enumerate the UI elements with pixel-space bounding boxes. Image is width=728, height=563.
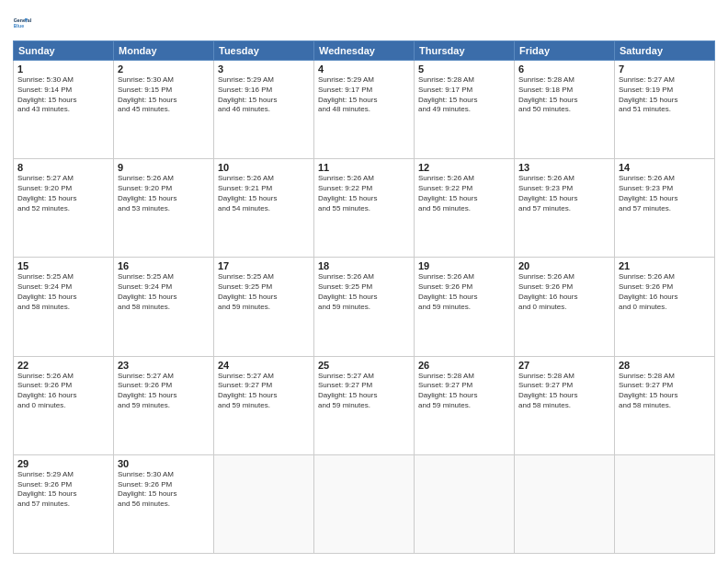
- day-number: 29: [17, 458, 109, 469]
- calendar-cell: 10Sunrise: 5:26 AM Sunset: 9:21 PM Dayli…: [214, 159, 314, 258]
- day-info: Sunrise: 5:28 AM Sunset: 9:18 PM Dayligh…: [518, 75, 610, 115]
- day-number: 3: [218, 63, 310, 75]
- logo: General Blue: [13, 9, 39, 35]
- calendar-week-3: 15Sunrise: 5:25 AM Sunset: 9:24 PM Dayli…: [14, 258, 715, 356]
- weekday-header-saturday: Saturday: [615, 41, 715, 61]
- calendar-cell: [415, 454, 515, 553]
- day-info: Sunrise: 5:27 AM Sunset: 9:20 PM Dayligh…: [17, 174, 109, 213]
- calendar-cell: 9Sunrise: 5:26 AM Sunset: 9:20 PM Daylig…: [114, 159, 214, 258]
- calendar-week-4: 22Sunrise: 5:26 AM Sunset: 9:26 PM Dayli…: [14, 356, 715, 454]
- day-info: Sunrise: 5:28 AM Sunset: 9:27 PM Dayligh…: [518, 372, 610, 411]
- day-info: Sunrise: 5:26 AM Sunset: 9:26 PM Dayligh…: [518, 272, 610, 312]
- calendar-week-2: 8Sunrise: 5:27 AM Sunset: 9:20 PM Daylig…: [14, 159, 715, 258]
- day-info: Sunrise: 5:28 AM Sunset: 9:27 PM Dayligh…: [619, 372, 711, 411]
- day-number: 8: [17, 162, 109, 173]
- day-info: Sunrise: 5:25 AM Sunset: 9:24 PM Dayligh…: [118, 272, 210, 312]
- weekday-header-thursday: Thursday: [415, 41, 515, 61]
- calendar-cell: [615, 454, 715, 553]
- calendar-cell: 15Sunrise: 5:25 AM Sunset: 9:24 PM Dayli…: [14, 258, 114, 356]
- day-info: Sunrise: 5:26 AM Sunset: 9:25 PM Dayligh…: [318, 272, 410, 312]
- calendar-cell: 25Sunrise: 5:27 AM Sunset: 9:27 PM Dayli…: [314, 356, 415, 454]
- day-number: 9: [118, 162, 210, 173]
- day-info: Sunrise: 5:25 AM Sunset: 9:25 PM Dayligh…: [218, 272, 310, 312]
- day-number: 19: [418, 260, 510, 271]
- logo-icon: General Blue: [13, 9, 39, 35]
- day-number: 15: [17, 260, 109, 271]
- day-info: Sunrise: 5:26 AM Sunset: 9:23 PM Dayligh…: [518, 174, 610, 213]
- day-info: Sunrise: 5:26 AM Sunset: 9:22 PM Dayligh…: [418, 174, 510, 213]
- day-number: 27: [518, 360, 610, 371]
- calendar-cell: 29Sunrise: 5:29 AM Sunset: 9:26 PM Dayli…: [14, 454, 114, 553]
- day-number: 11: [318, 162, 410, 173]
- day-info: Sunrise: 5:26 AM Sunset: 9:26 PM Dayligh…: [418, 272, 510, 312]
- day-number: 16: [118, 260, 210, 271]
- calendar-cell: 26Sunrise: 5:28 AM Sunset: 9:27 PM Dayli…: [415, 356, 515, 454]
- day-number: 20: [518, 260, 610, 271]
- calendar-cell: 23Sunrise: 5:27 AM Sunset: 9:26 PM Dayli…: [114, 356, 214, 454]
- day-number: 26: [418, 360, 510, 371]
- calendar-cell: 7Sunrise: 5:27 AM Sunset: 9:19 PM Daylig…: [615, 61, 715, 159]
- day-number: 28: [619, 360, 711, 371]
- calendar-cell: 27Sunrise: 5:28 AM Sunset: 9:27 PM Dayli…: [515, 356, 615, 454]
- day-number: 24: [218, 360, 310, 371]
- calendar-cell: 19Sunrise: 5:26 AM Sunset: 9:26 PM Dayli…: [415, 258, 515, 356]
- day-number: 5: [418, 63, 510, 75]
- day-info: Sunrise: 5:29 AM Sunset: 9:16 PM Dayligh…: [218, 75, 310, 115]
- calendar-cell: 22Sunrise: 5:26 AM Sunset: 9:26 PM Dayli…: [14, 356, 114, 454]
- day-number: 13: [518, 162, 610, 173]
- header: General Blue: [13, 9, 715, 35]
- weekday-header-tuesday: Tuesday: [214, 41, 314, 61]
- day-info: Sunrise: 5:29 AM Sunset: 9:26 PM Dayligh…: [17, 470, 109, 510]
- day-info: Sunrise: 5:26 AM Sunset: 9:26 PM Dayligh…: [17, 372, 109, 411]
- day-number: 10: [218, 162, 310, 173]
- day-info: Sunrise: 5:30 AM Sunset: 9:26 PM Dayligh…: [118, 470, 210, 510]
- day-number: 12: [418, 162, 510, 173]
- calendar-cell: 2Sunrise: 5:30 AM Sunset: 9:15 PM Daylig…: [114, 61, 214, 159]
- day-number: 21: [619, 260, 711, 271]
- calendar-cell: 14Sunrise: 5:26 AM Sunset: 9:23 PM Dayli…: [615, 159, 715, 258]
- day-info: Sunrise: 5:27 AM Sunset: 9:26 PM Dayligh…: [118, 372, 210, 411]
- svg-text:Blue: Blue: [14, 23, 24, 29]
- day-info: Sunrise: 5:27 AM Sunset: 9:19 PM Dayligh…: [619, 75, 711, 115]
- day-number: 4: [318, 63, 410, 75]
- calendar-cell: 6Sunrise: 5:28 AM Sunset: 9:18 PM Daylig…: [515, 61, 615, 159]
- day-info: Sunrise: 5:27 AM Sunset: 9:27 PM Dayligh…: [218, 372, 310, 411]
- day-number: 6: [518, 63, 610, 75]
- day-info: Sunrise: 5:28 AM Sunset: 9:17 PM Dayligh…: [418, 75, 510, 115]
- day-info: Sunrise: 5:29 AM Sunset: 9:17 PM Dayligh…: [318, 75, 410, 115]
- weekday-header-monday: Monday: [114, 41, 214, 61]
- day-info: Sunrise: 5:26 AM Sunset: 9:22 PM Dayligh…: [318, 174, 410, 213]
- day-info: Sunrise: 5:28 AM Sunset: 9:27 PM Dayligh…: [418, 372, 510, 411]
- calendar-cell: 1Sunrise: 5:30 AM Sunset: 9:14 PM Daylig…: [14, 61, 114, 159]
- calendar-week-5: 29Sunrise: 5:29 AM Sunset: 9:26 PM Dayli…: [14, 454, 715, 553]
- calendar-cell: [314, 454, 415, 553]
- calendar-cell: 17Sunrise: 5:25 AM Sunset: 9:25 PM Dayli…: [214, 258, 314, 356]
- day-number: 25: [318, 360, 410, 371]
- calendar-cell: [515, 454, 615, 553]
- calendar-cell: 11Sunrise: 5:26 AM Sunset: 9:22 PM Dayli…: [314, 159, 415, 258]
- calendar-cell: 3Sunrise: 5:29 AM Sunset: 9:16 PM Daylig…: [214, 61, 314, 159]
- weekday-header-sunday: Sunday: [14, 41, 114, 61]
- day-number: 22: [17, 360, 109, 371]
- svg-text:General: General: [14, 17, 32, 23]
- day-number: 30: [118, 458, 210, 469]
- day-number: 2: [118, 63, 210, 75]
- weekday-header-wednesday: Wednesday: [314, 41, 415, 61]
- day-info: Sunrise: 5:25 AM Sunset: 9:24 PM Dayligh…: [17, 272, 109, 312]
- day-info: Sunrise: 5:26 AM Sunset: 9:26 PM Dayligh…: [619, 272, 711, 312]
- page: General Blue SundayMondayTuesdayWednesda…: [0, 0, 728, 563]
- calendar-cell: 4Sunrise: 5:29 AM Sunset: 9:17 PM Daylig…: [314, 61, 415, 159]
- calendar-cell: 30Sunrise: 5:30 AM Sunset: 9:26 PM Dayli…: [114, 454, 214, 553]
- day-info: Sunrise: 5:27 AM Sunset: 9:27 PM Dayligh…: [318, 372, 410, 411]
- calendar-cell: 5Sunrise: 5:28 AM Sunset: 9:17 PM Daylig…: [415, 61, 515, 159]
- day-number: 17: [218, 260, 310, 271]
- day-info: Sunrise: 5:30 AM Sunset: 9:14 PM Dayligh…: [17, 75, 109, 115]
- calendar-cell: 16Sunrise: 5:25 AM Sunset: 9:24 PM Dayli…: [114, 258, 214, 356]
- calendar-cell: 8Sunrise: 5:27 AM Sunset: 9:20 PM Daylig…: [14, 159, 114, 258]
- day-info: Sunrise: 5:26 AM Sunset: 9:23 PM Dayligh…: [619, 174, 711, 213]
- calendar-cell: 18Sunrise: 5:26 AM Sunset: 9:25 PM Dayli…: [314, 258, 415, 356]
- day-info: Sunrise: 5:30 AM Sunset: 9:15 PM Dayligh…: [118, 75, 210, 115]
- weekday-header-friday: Friday: [515, 41, 615, 61]
- day-info: Sunrise: 5:26 AM Sunset: 9:20 PM Dayligh…: [118, 174, 210, 213]
- calendar-cell: 24Sunrise: 5:27 AM Sunset: 9:27 PM Dayli…: [214, 356, 314, 454]
